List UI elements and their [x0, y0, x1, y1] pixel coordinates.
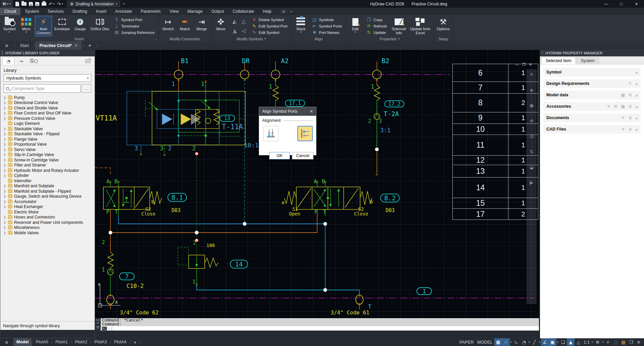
chevron-right-icon[interactable]: ❯ — [3, 169, 6, 172]
chevron-right-icon[interactable]: ❯ — [3, 200, 6, 203]
tree-item-pressure-control-valve[interactable]: ❯Pressure Control Valve — [3, 116, 95, 121]
tree-item-logic-element[interactable]: Logic Element — [3, 121, 95, 127]
tree-item-hydraulic-motor-and-rotary-actuator[interactable]: ❯Hydraulic Motor and Rotary Actuator — [3, 168, 95, 173]
minimize-button[interactable]: — — [599, 0, 614, 8]
object-snap-toggle[interactable]: ▣ — [549, 338, 556, 346]
chevron-right-icon[interactable]: ❯ — [3, 127, 6, 131]
tree-item-check-and-shuttle-valve[interactable]: ❯Check and Shuttle Valve — [3, 105, 95, 111]
menu-services[interactable]: Services — [43, 8, 68, 15]
command-input[interactable]: >_ ▾ : — [101, 326, 539, 331]
rotate-right-button[interactable]: ◮ — [230, 26, 239, 35]
panel-label-properties[interactable]: Properties▾ — [346, 36, 434, 41]
menu-system[interactable]: System — [20, 8, 43, 15]
library-panel-title[interactable]: HYDRAW LIBRARY EXPLORER — [0, 50, 95, 56]
edit-library-button[interactable] — [83, 57, 93, 65]
chevron-right-icon[interactable]: ❯ — [3, 195, 6, 198]
save-icon[interactable]: ▦ — [621, 93, 625, 97]
chevron-right-icon[interactable]: ❯ — [3, 174, 6, 177]
pm-tab-selected-item[interactable]: Selected Item — [541, 57, 576, 64]
pm-section-documents[interactable]: Documents✕≣▴ — [543, 113, 641, 122]
cancel-button[interactable]: Cancel — [292, 152, 313, 159]
tree-item-hoses-and-connectors[interactable]: ❯Hoses and Connectors — [3, 215, 95, 220]
ortho-mode-toggle[interactable]: ∟ — [512, 338, 520, 346]
close-icon[interactable]: ✕ — [75, 43, 78, 48]
note-icon[interactable]: ≣ — [629, 115, 632, 120]
workspace-extra-icon[interactable]: ≌ — [123, 2, 125, 5]
stack-button[interactable]: Stack▾ — [293, 16, 309, 36]
chevron-down-icon[interactable]: ▾ — [289, 10, 294, 13]
tree-item-stackable-valve-flipped[interactable]: ❯Stackable Valve - Flipped — [3, 132, 95, 137]
undo-button[interactable]: ↶▾ — [49, 1, 55, 7]
new-tab-button[interactable]: + — [84, 42, 96, 49]
tree-item-cylinder[interactable]: ❯Cylinder — [3, 173, 95, 179]
match-button[interactable]: ✒Match — [177, 16, 193, 36]
collapse-icon[interactable]: ▴ — [636, 81, 638, 86]
chevron-right-icon[interactable]: ❯ — [3, 117, 6, 120]
tree-item-mobile-valves[interactable]: ❯Mobile Valves — [3, 230, 95, 236]
update-button[interactable]: ↻Update — [365, 30, 389, 36]
import-icon[interactable]: ⊞ — [614, 104, 617, 109]
chevron-right-icon[interactable]: ❯ — [3, 215, 6, 219]
envelope-button[interactable]: Envelope — [53, 16, 71, 36]
collapse-icon[interactable]: ▴ — [636, 127, 638, 132]
panel-label-align[interactable]: Align — [291, 36, 345, 41]
chevron-right-icon[interactable]: ❯ — [3, 96, 6, 99]
graphics-performance-toggle[interactable]: ▧ — [620, 338, 627, 346]
chevron-right-icon[interactable]: ❯ — [3, 205, 6, 208]
drag-grip-icon[interactable] — [96, 319, 100, 321]
pm-section-model-data[interactable]: Model data▦≣▴ — [543, 91, 641, 99]
panel-label-setup[interactable]: Setup — [434, 36, 453, 41]
tree-item-heat-exchanger[interactable]: ❯Heat Exchanger — [3, 204, 95, 210]
chevron-down-icon[interactable]: ▾ — [591, 341, 594, 344]
workspace-selector[interactable]: ⚙ Drafting & Annotation ▾ — [67, 1, 120, 7]
swap-icon[interactable]: ⇅ — [530, 149, 534, 154]
edit-button[interactable]: Edit▾ — [347, 16, 363, 36]
pm-section-cad-files[interactable]: CAD Files✕≣▴ — [543, 125, 641, 134]
delete-icon[interactable]: ✕ — [622, 127, 625, 132]
doc-tab-start[interactable]: Start — [16, 41, 33, 50]
chevron-down-icon[interactable]: ▾ — [601, 341, 604, 344]
tree-item-manifold-and-subplate[interactable]: ❯Manifold and Subplate — [3, 184, 95, 189]
polar-tracking-toggle[interactable]: ◔ — [520, 338, 528, 346]
chevron-right-icon[interactable]: ❯ — [3, 158, 6, 162]
property-manager-title[interactable]: HYDRAW PROPERTY MANAGER — [540, 50, 644, 56]
workspace-switching-toggle[interactable]: ⚙ — [594, 338, 601, 346]
menu-annotate[interactable]: Annotate — [111, 8, 136, 15]
pm-section-design-requirements[interactable]: Design Requirements✎▴ — [543, 79, 641, 88]
refresh-button[interactable]: ⟳Refresh — [365, 23, 389, 29]
tree-item-proportional-valve[interactable]: ❯Proportional Valve — [3, 142, 95, 147]
collapse-icon[interactable]: ▴ — [636, 104, 638, 109]
isolate-objects-toggle[interactable]: ◌ — [612, 338, 620, 346]
layout-tab-plota2[interactable]: PlotA2 — [72, 338, 90, 346]
layout-tab-plota0[interactable]: PlotA0 — [33, 338, 51, 346]
symbol-ports-button[interactable]: ⇤Symbol Ports — [310, 23, 343, 29]
tree-item-intensifier[interactable]: Intensifier — [3, 178, 95, 184]
menu-help[interactable]: Help — [258, 8, 276, 15]
edit-icon[interactable]: ✎ — [629, 81, 632, 86]
port-names-button[interactable]: ❖Port Names — [310, 30, 343, 36]
maximize-button[interactable]: □ — [614, 0, 629, 8]
isometric-drafting-toggle[interactable]: ╱ — [531, 338, 538, 346]
move-button[interactable]: ✜Move — [213, 16, 229, 36]
layout-tab-plota1[interactable]: PlotA1 — [52, 338, 71, 346]
new-layout-button[interactable]: + — [131, 339, 140, 345]
tree-item-accumulator[interactable]: ❯Accumulator — [3, 199, 95, 204]
pm-section-symbol[interactable]: Symbol▴ — [543, 68, 641, 77]
solenoid-info-button[interactable]: SolenoidInfo — [390, 16, 408, 36]
layout-tab-plota4[interactable]: PlotA4 — [111, 338, 130, 346]
viewport-close-icon[interactable]: ✕ — [529, 62, 532, 67]
delete-icon[interactable]: ✕ — [622, 115, 625, 120]
chevron-right-icon[interactable]: ❯ — [3, 163, 6, 167]
update-from-excel-button[interactable]: Update fromExcel — [408, 16, 432, 36]
rotate-left-button[interactable]: ◭ — [230, 17, 239, 26]
selection-cycling-toggle[interactable]: ❏ — [559, 338, 567, 346]
layout-tab-plota3[interactable]: PlotA3 — [92, 338, 110, 346]
copy-button[interactable]: ❐Copy — [365, 17, 389, 23]
delete-symbol-button[interactable]: ✕Delete Symbol — [250, 17, 289, 23]
merge-button[interactable]: ⇥Merge — [194, 16, 210, 36]
align-ports-horizontally-button[interactable] — [297, 126, 313, 141]
ok-button[interactable]: OK — [269, 152, 290, 159]
recent-symbols-tab[interactable]: ◔ — [2, 57, 14, 65]
stretch-button[interactable]: ↦Stretch — [160, 16, 176, 36]
panel-label-insert[interactable]: Insert⌄ — [0, 36, 158, 41]
